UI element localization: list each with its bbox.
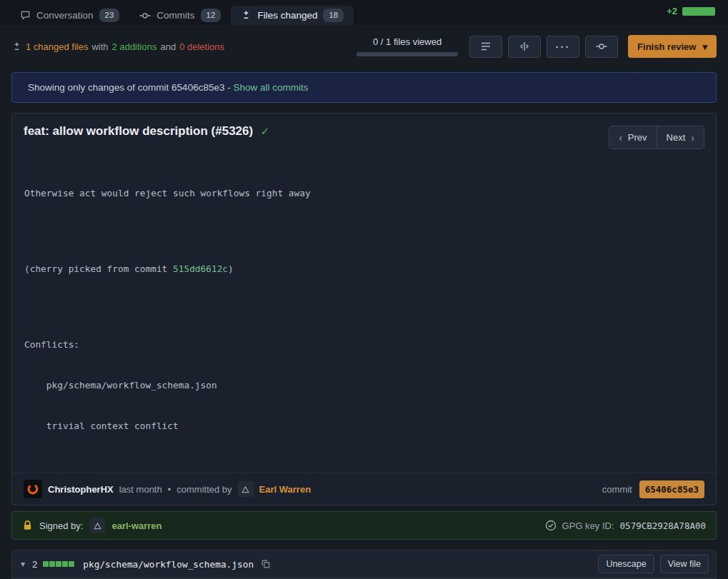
commits-count-badge: 12 [201,9,221,21]
files-viewed-progressbar [356,52,458,56]
lock-icon [22,520,33,531]
signed-by-label: Signed by: [39,520,83,531]
author-avatar[interactable] [24,480,42,498]
banner-text: Showing only changes of commit 65406c85e… [28,82,231,93]
files-count-badge: 18 [323,9,344,21]
additions-count: 2 additions [112,41,157,52]
tab-label: Conversation [36,10,94,21]
conversation-count-badge: 23 [99,9,120,21]
view-file-button[interactable]: View file [660,555,709,573]
diffstat-bar [682,7,715,16]
diff-options-button[interactable]: ··· [547,36,579,58]
signer-avatar[interactable] [89,518,105,533]
gpg-check-icon [545,520,557,531]
diff-toolbar: 1 changed files with 2 additions and 0 d… [0,25,728,66]
changed-files-summary: 1 changed files with 2 additions and 0 d… [11,41,224,52]
commit-message: Otherwise act would reject such workflow… [12,151,716,473]
file-tree-toggle-button[interactable] [469,36,502,58]
diff-summary-icon [11,41,22,52]
commit-pagination: ‹ Prev Next › [609,126,704,149]
commit-message-line: Otherwise act would reject such workflow… [24,186,704,200]
finish-review-button[interactable]: Finish review ▾ [628,35,717,58]
ci-success-check-icon[interactable]: ✓ [261,125,270,137]
tab-commits[interactable]: Commits 12 [129,6,231,25]
commit-label: commit [602,484,632,495]
file-header: ▾ 2 pkg/schema/workflow_schema.json Unes… [12,550,716,578]
show-all-commits-link[interactable]: Show all commits [233,82,308,93]
gpg-key-label: GPG key ID: [562,520,614,531]
tab-files-changed[interactable]: Files changed 18 [231,6,354,25]
commit-time: last month [119,484,162,495]
author-name[interactable]: ChristopherHX [48,484,114,495]
chevron-right-icon: › [691,133,694,143]
signer-link[interactable]: earl-warren [111,520,161,531]
ellipsis-icon: ··· [556,41,571,53]
commit-message-line: (cherry picked from commit 515dd6612c) [24,262,704,276]
commit-author-row: ChristopherHX last month • committed by … [12,473,716,505]
files-viewed-label: 0 / 1 files viewed [373,36,442,47]
commit-select-button[interactable] [585,36,618,58]
commit-message-line: trivial context conflict [24,419,704,433]
file-changes-count: 2 [32,559,37,570]
diff-icon [241,10,251,21]
diffstat-added-label: +2 [667,6,677,16]
split-unified-toggle-button[interactable] [508,36,541,58]
committer-avatar[interactable] [238,481,254,497]
files-viewed: 0 / 1 files viewed [356,36,458,56]
copy-path-icon[interactable] [261,559,271,569]
summary-text: and [160,41,176,52]
tab-conversation[interactable]: Conversation 23 [10,6,129,25]
dropdown-caret-icon: ▾ [702,41,707,52]
commit-title: feat: allow workflow description (#5326) [24,124,253,138]
signed-bar: Signed by: earl-warren GPG key ID: 0579C… [11,511,717,540]
chevron-left-icon: ‹ [619,133,622,143]
gpg-key-value: 0579CB2928A78A00 [620,520,706,531]
committed-by-label: committed by [176,484,231,495]
changed-files-count: 1 changed files [26,41,88,52]
commit-icon [139,10,151,21]
commit-message-line: pkg/schema/workflow_schema.json [24,378,704,392]
file-diffstat-bar [43,561,74,567]
pr-tab-bar: Conversation 23 Commits 12 Files changed… [0,0,728,25]
commit-hash-link[interactable]: 515dd6612c [173,263,228,274]
file-collapse-chevron[interactable]: ▾ [19,559,26,569]
deletions-count: 0 deletions [179,41,224,52]
file-name[interactable]: pkg/schema/workflow_schema.json [83,559,254,570]
commit-sha-badge[interactable]: 65406c85e3 [639,480,704,498]
unescape-button[interactable]: Unescape [598,555,654,573]
commit-filter-banner: Showing only changes of commit 65406c85e… [11,72,717,103]
tab-label: Files changed [257,10,317,21]
summary-text: with [91,41,108,52]
diffstat: +2 [667,6,718,25]
commit-message-line: Conflicts: [24,338,704,351]
tab-label: Commits [156,10,194,21]
conversation-icon [20,10,31,21]
commit-card: feat: allow workflow description (#5326)… [11,113,717,505]
next-commit-button[interactable]: Next › [657,126,704,148]
prev-commit-button[interactable]: ‹ Prev [609,126,656,148]
dot-separator: • [168,484,171,495]
file-diff-card: ▾ 2 pkg/schema/workflow_schema.json Unes… [11,550,717,579]
committer-name[interactable]: Earl Warren [259,484,311,495]
